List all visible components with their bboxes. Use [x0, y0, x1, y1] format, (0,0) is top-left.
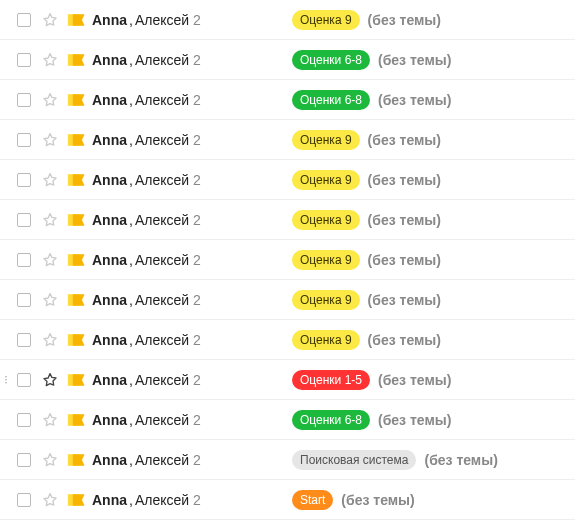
label-tag[interactable]: Оценка 9 — [292, 210, 360, 230]
label-tag[interactable]: Поисковая система — [292, 450, 416, 470]
star-icon[interactable] — [38, 51, 62, 69]
star-icon[interactable] — [38, 251, 62, 269]
mail-row[interactable]: Anna, Алексей 2 Оценка 9 (без темы) — [0, 240, 575, 280]
mail-row[interactable]: Anna, Алексей 2 Оценка 9 (без темы) — [0, 0, 575, 40]
label-tag[interactable]: Оценки 1-5 — [292, 370, 370, 390]
star-icon[interactable] — [38, 171, 62, 189]
senders: Anna, Алексей 2 — [92, 172, 292, 188]
star-icon[interactable] — [38, 331, 62, 349]
mail-row[interactable]: Anna, Алексей 2 Start (без темы) — [0, 480, 575, 520]
select-checkbox[interactable] — [10, 333, 38, 347]
label-tag[interactable]: Оценка 9 — [292, 290, 360, 310]
flag-icon[interactable] — [62, 132, 92, 148]
select-checkbox[interactable] — [10, 293, 38, 307]
select-checkbox[interactable] — [10, 253, 38, 267]
label-tag[interactable]: Оценки 6-8 — [292, 90, 370, 110]
select-checkbox[interactable] — [10, 413, 38, 427]
subject-brief: (без темы) — [378, 92, 451, 108]
flag-icon[interactable] — [62, 252, 92, 268]
senders: Anna, Алексей 2 — [92, 412, 292, 428]
label-tag[interactable]: Оценка 9 — [292, 250, 360, 270]
flag-icon[interactable] — [62, 372, 92, 388]
mail-row[interactable]: Anna, Алексей 2 Оценка 9 (без темы) — [0, 200, 575, 240]
flag-icon[interactable] — [62, 412, 92, 428]
sender-primary: Anna — [92, 452, 127, 468]
thread-count: 2 — [193, 212, 201, 228]
subject-area: Оценка 9 (без темы) — [292, 130, 575, 150]
sender-primary: Anna — [92, 212, 127, 228]
subject-area: Оценка 9 (без темы) — [292, 170, 575, 190]
senders: Anna, Алексей 2 — [92, 492, 292, 508]
star-icon[interactable] — [38, 11, 62, 29]
subject-brief: (без темы) — [368, 292, 441, 308]
mail-row[interactable]: Anna, Алексей 2 Оценки 6-8 (без темы) — [0, 40, 575, 80]
select-checkbox[interactable] — [10, 373, 38, 387]
thread-count: 2 — [193, 92, 201, 108]
flag-icon[interactable] — [62, 92, 92, 108]
thread-count: 2 — [193, 52, 201, 68]
mail-row[interactable]: Anna, Алексей 2 Оценка 9 (без темы) — [0, 120, 575, 160]
label-tag[interactable]: Оценка 9 — [292, 10, 360, 30]
select-checkbox[interactable] — [10, 93, 38, 107]
subject-brief: (без темы) — [368, 212, 441, 228]
senders: Anna, Алексей 2 — [92, 372, 292, 388]
mail-row[interactable]: Anna, Алексей 2 Оценки 6-8 (без темы) — [0, 400, 575, 440]
select-checkbox[interactable] — [10, 133, 38, 147]
subject-brief: (без темы) — [378, 372, 451, 388]
sender-primary: Anna — [92, 172, 127, 188]
label-tag[interactable]: Оценки 6-8 — [292, 410, 370, 430]
select-checkbox[interactable] — [10, 453, 38, 467]
flag-icon[interactable] — [62, 52, 92, 68]
mail-row[interactable]: Anna, Алексей 2 Поисковая система (без т… — [0, 440, 575, 480]
label-tag[interactable]: Оценка 9 — [292, 330, 360, 350]
sender-secondary: Алексей — [135, 212, 189, 228]
mail-row[interactable]: Anna, Алексей 2 Оценка 9 (без темы) — [0, 320, 575, 360]
star-icon[interactable] — [38, 451, 62, 469]
star-icon[interactable] — [38, 211, 62, 229]
label-tag[interactable]: Start — [292, 490, 333, 510]
mail-row[interactable]: Anna, Алексей 2 Оценки 6-8 (без темы) — [0, 80, 575, 120]
flag-icon[interactable] — [62, 212, 92, 228]
thread-count: 2 — [193, 332, 201, 348]
select-checkbox[interactable] — [10, 213, 38, 227]
sender-primary: Anna — [92, 412, 127, 428]
star-icon[interactable] — [38, 131, 62, 149]
select-checkbox[interactable] — [10, 493, 38, 507]
star-icon[interactable] — [38, 91, 62, 109]
star-icon[interactable] — [38, 371, 62, 389]
sender-secondary: Алексей — [135, 452, 189, 468]
flag-icon[interactable] — [62, 332, 92, 348]
flag-icon[interactable] — [62, 452, 92, 468]
flag-icon[interactable] — [62, 12, 92, 28]
senders: Anna, Алексей 2 — [92, 132, 292, 148]
subject-area: Оценки 6-8 (без темы) — [292, 410, 575, 430]
mail-row[interactable]: ······ Anna, Алексей 2 Оценки 1-5 (без т… — [0, 360, 575, 400]
label-tag[interactable]: Оценка 9 — [292, 170, 360, 190]
sender-secondary: Алексей — [135, 332, 189, 348]
flag-icon[interactable] — [62, 292, 92, 308]
select-checkbox[interactable] — [10, 13, 38, 27]
mail-row[interactable]: Anna, Алексей 2 Оценка 9 (без темы) — [0, 280, 575, 320]
sender-primary: Anna — [92, 52, 127, 68]
senders: Anna, Алексей 2 — [92, 52, 292, 68]
subject-brief: (без темы) — [368, 172, 441, 188]
subject-brief: (без темы) — [368, 332, 441, 348]
select-checkbox[interactable] — [10, 53, 38, 67]
sender-primary: Anna — [92, 252, 127, 268]
label-tag[interactable]: Оценки 6-8 — [292, 50, 370, 70]
senders: Anna, Алексей 2 — [92, 12, 292, 28]
mail-row[interactable]: Anna, Алексей 2 Оценка 9 (без темы) — [0, 160, 575, 200]
thread-count: 2 — [193, 172, 201, 188]
drag-handle-icon[interactable]: ······ — [0, 375, 10, 384]
label-tag[interactable]: Оценка 9 — [292, 130, 360, 150]
subject-area: Поисковая система (без темы) — [292, 450, 575, 470]
star-icon[interactable] — [38, 291, 62, 309]
select-checkbox[interactable] — [10, 173, 38, 187]
sender-primary: Anna — [92, 12, 127, 28]
subject-area: Оценки 1-5 (без темы) — [292, 370, 575, 390]
flag-icon[interactable] — [62, 172, 92, 188]
sender-secondary: Алексей — [135, 92, 189, 108]
star-icon[interactable] — [38, 411, 62, 429]
star-icon[interactable] — [38, 491, 62, 509]
flag-icon[interactable] — [62, 492, 92, 508]
